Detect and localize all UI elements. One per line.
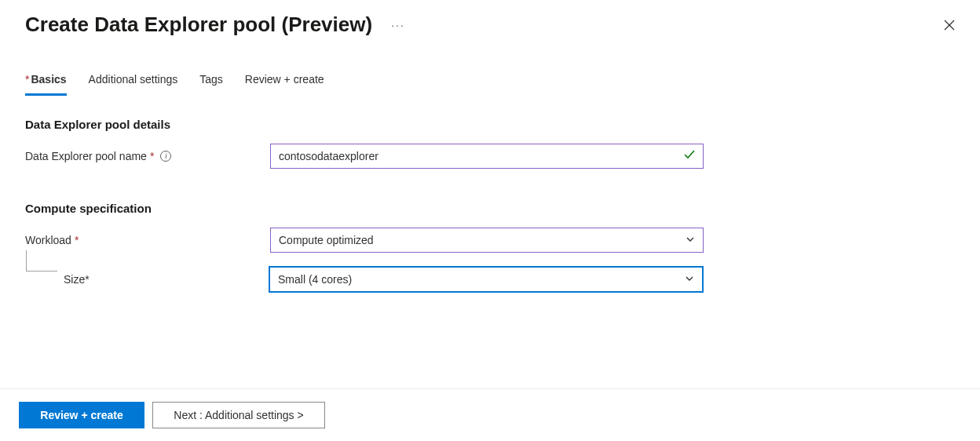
page-title: Create Data Explorer pool (Preview) <box>25 13 372 37</box>
footer: Review + create Next : Additional settin… <box>0 388 980 441</box>
required-indicator: * <box>75 234 79 246</box>
validation-check-icon <box>683 148 696 164</box>
size-select[interactable]: Small (4 cores) <box>269 267 703 292</box>
section-pool-details-title: Data Explorer pool details <box>25 118 955 131</box>
tab-review-create[interactable]: Review + create <box>245 68 324 96</box>
pool-name-label: Data Explorer pool name * i <box>25 150 270 162</box>
more-actions-button[interactable]: ··· <box>391 19 405 31</box>
workload-value: Compute optimized <box>279 234 374 246</box>
next-button[interactable]: Next : Additional settings > <box>152 402 325 428</box>
tab-additional-settings[interactable]: Additional settings <box>89 68 178 96</box>
pool-name-input[interactable] <box>270 144 704 169</box>
close-icon <box>944 20 955 31</box>
tab-basics-label: Basics <box>31 73 66 86</box>
tree-indent-line <box>26 261 64 283</box>
workload-label-text: Workload <box>25 234 71 246</box>
tab-basics[interactable]: *Basics <box>25 68 67 96</box>
workload-label: Workload * <box>25 234 270 246</box>
info-icon[interactable]: i <box>160 151 171 162</box>
chevron-down-icon <box>685 274 694 286</box>
review-create-button[interactable]: Review + create <box>19 402 144 428</box>
required-indicator: * <box>150 150 154 162</box>
section-compute-title: Compute specification <box>25 202 955 215</box>
size-label-text: Size <box>64 273 85 286</box>
pool-name-label-text: Data Explorer pool name <box>25 150 147 162</box>
workload-select[interactable]: Compute optimized <box>270 228 704 253</box>
chevron-down-icon <box>686 235 695 246</box>
close-button[interactable] <box>941 16 958 36</box>
tab-tags[interactable]: Tags <box>199 68 223 96</box>
size-label: Size * <box>64 273 269 286</box>
tabs: *Basics Additional settings Tags Review … <box>0 43 980 96</box>
size-value: Small (4 cores) <box>278 273 352 286</box>
required-indicator: * <box>85 273 89 286</box>
